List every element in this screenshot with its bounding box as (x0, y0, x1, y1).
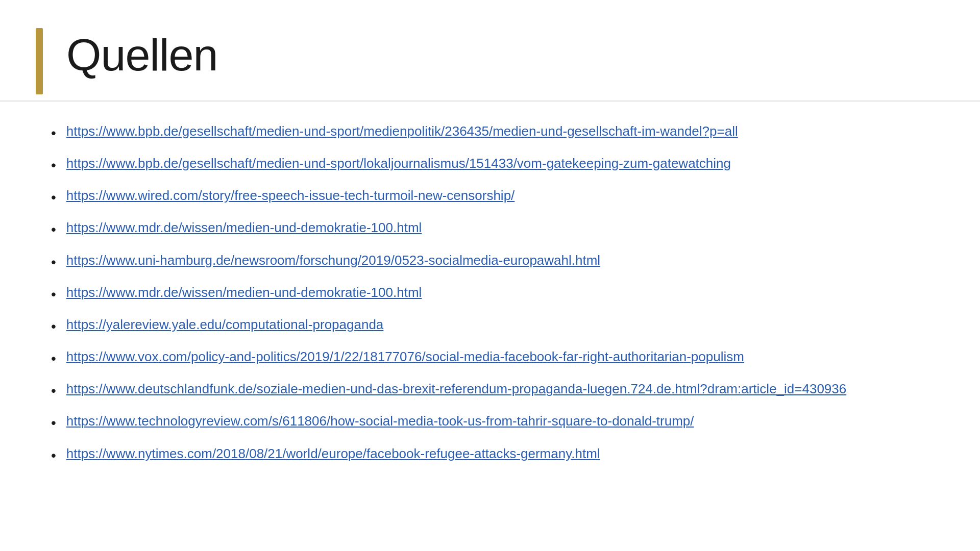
list-item: •https://www.bpb.de/gesellschaft/medien-… (51, 122, 929, 143)
list-item: •https://yalereview.yale.edu/computation… (51, 315, 929, 336)
links-list: •https://www.bpb.de/gesellschaft/medien-… (51, 122, 929, 465)
header-section: Quellen (0, 0, 980, 102)
accent-bar (36, 28, 43, 94)
list-item: •https://www.mdr.de/wissen/medien-und-de… (51, 283, 929, 304)
list-item: •https://www.wired.com/story/free-speech… (51, 186, 929, 207)
list-item: •https://www.mdr.de/wissen/medien-und-de… (51, 218, 929, 239)
link-item-6[interactable]: https://www.mdr.de/wissen/medien-und-dem… (66, 283, 422, 302)
slide-container: Quellen •https://www.bpb.de/gesellschaft… (0, 0, 980, 551)
list-item: •https://www.uni-hamburg.de/newsroom/for… (51, 251, 929, 272)
list-item: •https://www.nytimes.com/2018/08/21/worl… (51, 444, 929, 465)
list-item: •https://www.bpb.de/gesellschaft/medien-… (51, 154, 929, 175)
link-item-5[interactable]: https://www.uni-hamburg.de/newsroom/fors… (66, 251, 600, 269)
bullet-icon: • (51, 155, 56, 175)
link-item-7[interactable]: https://yalereview.yale.edu/computationa… (66, 315, 384, 334)
list-item: •https://www.vox.com/policy-and-politics… (51, 347, 929, 368)
bullet-icon: • (51, 348, 56, 368)
bullet-icon: • (51, 187, 56, 207)
bullet-icon: • (51, 284, 56, 304)
bullet-icon: • (51, 316, 56, 336)
link-item-8[interactable]: https://www.vox.com/policy-and-politics/… (66, 347, 744, 366)
bullet-icon: • (51, 252, 56, 272)
list-item: •https://www.technologyreview.com/s/6118… (51, 412, 929, 433)
list-item: •https://www.deutschlandfunk.de/soziale-… (51, 380, 929, 400)
link-item-9[interactable]: https://www.deutschlandfunk.de/soziale-m… (66, 380, 846, 398)
bullet-icon: • (51, 381, 56, 400)
bullet-icon: • (51, 413, 56, 433)
bullet-icon: • (51, 219, 56, 239)
bullet-icon: • (51, 445, 56, 465)
link-item-3[interactable]: https://www.wired.com/story/free-speech-… (66, 186, 515, 205)
link-item-4[interactable]: https://www.mdr.de/wissen/medien-und-dem… (66, 218, 422, 237)
page-title: Quellen (66, 31, 980, 80)
bullet-icon: • (51, 123, 56, 143)
link-item-2[interactable]: https://www.bpb.de/gesellschaft/medien-u… (66, 154, 731, 172)
content-section: •https://www.bpb.de/gesellschaft/medien-… (0, 117, 980, 551)
link-item-11[interactable]: https://www.nytimes.com/2018/08/21/world… (66, 444, 600, 463)
link-item-10[interactable]: https://www.technologyreview.com/s/61180… (66, 412, 694, 430)
link-item-1[interactable]: https://www.bpb.de/gesellschaft/medien-u… (66, 122, 738, 140)
